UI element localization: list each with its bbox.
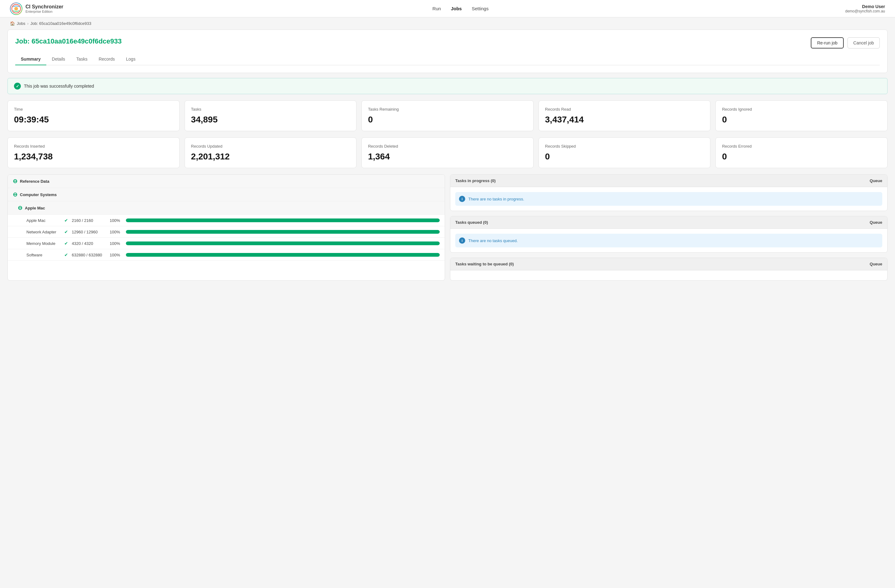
tree-row-pct-2: 100% — [110, 230, 122, 234]
nav-jobs[interactable]: Jobs — [451, 6, 462, 11]
success-message: This job was successfully completed — [24, 83, 94, 89]
stat-records-updated-value: 2,201,312 — [191, 152, 350, 162]
stat-records-errored-value: 0 — [722, 152, 881, 162]
stats-row-1: Time 09:39:45 Tasks 34,895 Tasks Remaini… — [8, 100, 887, 131]
tab-records[interactable]: Records — [93, 53, 120, 65]
stat-records-errored-label: Records Errored — [722, 144, 881, 149]
success-banner: This job was successfully completed — [8, 78, 887, 94]
tree-row-label-4: Software — [26, 253, 61, 257]
home-icon: 🏠 — [10, 21, 15, 26]
stat-time: Time 09:39:45 — [8, 100, 180, 131]
tree-group-reference-data[interactable]: ⊖ Reference Data — [8, 175, 445, 188]
chevron-down-icon: ⊖ — [13, 178, 17, 185]
stat-tasks-remaining-value: 0 — [368, 115, 527, 124]
stat-records-skipped: Records Skipped 0 — [539, 137, 711, 168]
stat-records-inserted: Records Inserted 1,234,738 — [8, 137, 180, 168]
stat-tasks: Tasks 34,895 — [185, 100, 357, 131]
progress-bar-bg-2 — [126, 230, 440, 234]
stat-tasks-value: 34,895 — [191, 115, 350, 124]
stat-records-skipped-label: Records Skipped — [545, 144, 704, 149]
logo-icon — [10, 3, 23, 15]
tab-tasks[interactable]: Tasks — [71, 53, 93, 65]
stat-records-errored: Records Errored 0 — [715, 137, 887, 168]
no-tasks-in-progress-text: There are no tasks in progress. — [468, 197, 524, 202]
tasks-queued-panel: Tasks queued (0) Queue i There are no ta… — [450, 216, 887, 253]
rerun-job-button[interactable]: Re-run job — [811, 37, 843, 48]
tasks-in-progress-body: i There are no tasks in progress. — [450, 187, 887, 211]
tree-panel: ⊖ Reference Data ⊖ Computer Systems ⊖ Ap… — [8, 174, 445, 280]
no-tasks-queued-message: i There are no tasks queued. — [455, 234, 882, 247]
tab-bar: Summary Details Tasks Records Logs — [15, 53, 880, 65]
check-icon-3: ✔ — [64, 241, 68, 246]
tree-group-label-2: Computer Systems — [20, 192, 56, 197]
breadcrumb-current: Job: 65ca10aa016e49c0f6dce933 — [30, 21, 91, 26]
tree-group-computer-systems[interactable]: ⊖ Computer Systems — [8, 188, 445, 202]
check-icon-2: ✔ — [64, 229, 68, 234]
tree-row-pct-4: 100% — [110, 253, 122, 257]
tree-row-software: Software ✔ 632880 / 632880 100% — [8, 249, 445, 261]
job-actions: Re-run job Cancel job — [811, 37, 880, 48]
progress-bar-bg — [126, 218, 440, 222]
stat-records-read-label: Records Read — [545, 107, 704, 112]
tree-row-label: Apple Mac — [26, 218, 61, 223]
stat-records-updated-label: Records Updated — [191, 144, 350, 149]
stat-records-ignored-value: 0 — [722, 115, 881, 124]
app-header: CI Synchronizer Enterprise Edition Run J… — [0, 0, 895, 17]
stat-records-updated: Records Updated 2,201,312 — [185, 137, 357, 168]
no-tasks-in-progress-message: i There are no tasks in progress. — [455, 192, 882, 206]
tasks-in-progress-header: Tasks in progress (0) Queue — [450, 175, 887, 187]
stat-tasks-remaining-label: Tasks Remaining — [368, 107, 527, 112]
success-check-icon — [14, 83, 21, 89]
tasks-in-progress-label: Tasks in progress (0) — [455, 178, 496, 183]
tree-sub-label: Apple Mac — [25, 206, 45, 211]
breadcrumb-separator: › — [27, 21, 28, 26]
breadcrumb: 🏠 Jobs › Job: 65ca10aa016e49c0f6dce933 — [0, 17, 895, 30]
tasks-queued-header: Tasks queued (0) Queue — [450, 216, 887, 229]
logo-text: CI Synchronizer Enterprise Edition — [26, 4, 64, 14]
tree-row-label-2: Network Adapter — [26, 230, 61, 234]
job-header: Job: 65ca10aa016e49c0f6dce933 Re-run job… — [15, 37, 880, 48]
tree-sub-apple-mac[interactable]: ⊖ Apple Mac — [8, 202, 445, 215]
tasks-in-progress-panel: Tasks in progress (0) Queue i There are … — [450, 174, 887, 211]
tree-row-pct-3: 100% — [110, 241, 122, 246]
stat-records-deleted: Records Deleted 1,364 — [361, 137, 534, 168]
tree-row-memory-module: Memory Module ✔ 4320 / 4320 100% — [8, 238, 445, 249]
stat-records-ignored-label: Records Ignored — [722, 107, 881, 112]
stat-tasks-label: Tasks — [191, 107, 350, 112]
tab-summary[interactable]: Summary — [15, 53, 46, 65]
tasks-waiting-panel: Tasks waiting to be queued (0) Queue — [450, 258, 887, 280]
stat-records-deleted-label: Records Deleted — [368, 144, 527, 149]
stat-records-skipped-value: 0 — [545, 152, 704, 162]
tree-row-apple-mac: Apple Mac ✔ 2160 / 2160 100% — [8, 215, 445, 226]
tree-row-count-3: 4320 / 4320 — [72, 241, 106, 246]
app-subtitle: Enterprise Edition — [26, 10, 64, 14]
chevron-down-icon-2: ⊖ — [13, 191, 17, 198]
nav-settings[interactable]: Settings — [472, 6, 488, 11]
info-icon: i — [459, 196, 465, 202]
stat-records-ignored: Records Ignored 0 — [715, 100, 887, 131]
tasks-waiting-body — [450, 270, 887, 280]
tasks-waiting-header: Tasks waiting to be queued (0) Queue — [450, 258, 887, 270]
progress-bar-fill — [126, 218, 440, 222]
no-tasks-queued-text: There are no tasks queued. — [468, 238, 518, 243]
progress-bar-fill-2 — [126, 230, 440, 234]
cancel-job-button[interactable]: Cancel job — [848, 37, 880, 48]
app-title: CI Synchronizer — [26, 4, 64, 10]
stat-records-inserted-label: Records Inserted — [14, 144, 173, 149]
stat-records-inserted-value: 1,234,738 — [14, 152, 173, 162]
progress-bar-bg-3 — [126, 241, 440, 245]
tree-row-pct: 100% — [110, 218, 122, 223]
breadcrumb-jobs-link[interactable]: Jobs — [17, 21, 25, 26]
bottom-section: ⊖ Reference Data ⊖ Computer Systems ⊖ Ap… — [8, 174, 887, 280]
tasks-waiting-queue-label: Queue — [870, 262, 882, 266]
main-nav: Run Jobs Settings — [76, 6, 845, 11]
check-icon-4: ✔ — [64, 252, 68, 257]
nav-run[interactable]: Run — [432, 6, 441, 11]
stat-time-label: Time — [14, 107, 173, 112]
tab-details[interactable]: Details — [46, 53, 71, 65]
info-icon-2: i — [459, 238, 465, 244]
tab-logs[interactable]: Logs — [121, 53, 141, 65]
tree-group-label: Reference Data — [20, 179, 49, 184]
tree-row-network-adapter: Network Adapter ✔ 12960 / 12960 100% — [8, 226, 445, 238]
tasks-queued-label: Tasks queued (0) — [455, 220, 488, 225]
